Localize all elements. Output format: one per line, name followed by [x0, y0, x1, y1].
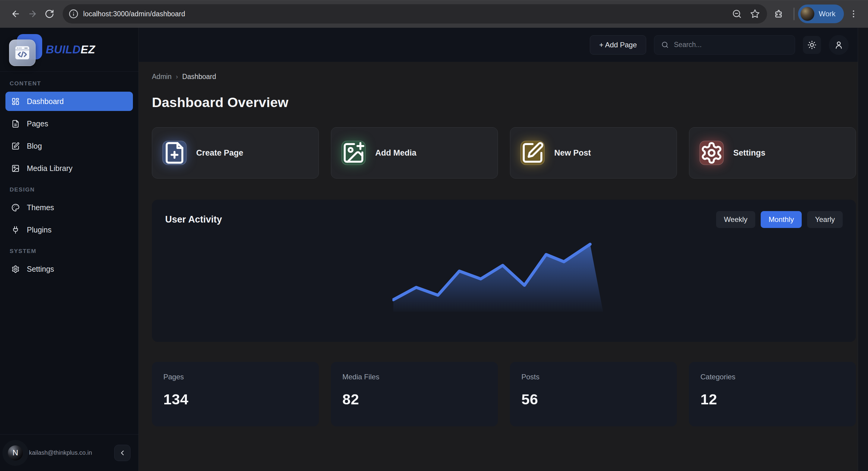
quick-action-label: New Post [554, 148, 591, 158]
sidebar-nav: CONTENTDashboardPagesBlogMedia LibraryDE… [0, 72, 138, 434]
content: Admin›Dashboard Dashboard Overview Creat… [138, 62, 868, 471]
sidebar-item-settings[interactable]: Settings [5, 259, 133, 278]
quick-action-new-post[interactable]: New Post [510, 127, 677, 178]
quick-actions: Create PageAdd MediaNew PostSettings [152, 127, 856, 178]
browser-reload-button[interactable] [41, 5, 58, 22]
quick-action-create-page[interactable]: Create Page [152, 127, 319, 178]
quick-action-settings[interactable]: Settings [689, 127, 856, 178]
breadcrumb-item-admin[interactable]: Admin [152, 73, 172, 81]
sidebar-item-label: Settings [27, 265, 54, 273]
logo-art [8, 32, 43, 67]
palette-icon [11, 204, 20, 212]
brand-name-primary: BUILD [46, 43, 81, 56]
sidebar-item-label: Blog [27, 142, 42, 150]
sidebar-item-blog[interactable]: Blog [5, 136, 133, 155]
code-window-icon [13, 44, 31, 61]
scrollbar-gutter [858, 28, 868, 471]
stats-grid: Pages134Media Files82Posts56Categories12 [152, 362, 856, 426]
search-icon [661, 41, 669, 49]
quick-action-label: Add Media [375, 148, 416, 158]
quick-action-label: Create Page [196, 148, 243, 158]
browser-forward-button[interactable] [24, 5, 41, 22]
user-icon [834, 40, 843, 50]
stat-label: Pages [163, 373, 307, 381]
sidebar-item-label: Themes [27, 203, 54, 212]
nav-section-label: SYSTEM [10, 248, 129, 255]
profile-label: Work [818, 10, 835, 18]
sidebar-item-themes[interactable]: Themes [5, 198, 133, 217]
address-bar[interactable]: localhost:3000/admin/dashboard [63, 4, 767, 24]
back-arrow-icon [11, 9, 21, 19]
main-area: + Add Page Admin›Dashboard Dashboard Ove… [138, 28, 868, 471]
browser-chrome: localhost:3000/admin/dashboard Work [0, 0, 868, 28]
square-pen-icon [521, 141, 545, 165]
activity-panel-title: User Activity [165, 214, 222, 225]
stat-label: Media Files [342, 373, 487, 381]
range-toggle: WeeklyMonthlyYearly [716, 211, 843, 228]
browser-profile-chip[interactable]: Work [798, 4, 844, 23]
chevron-left-icon [119, 449, 126, 457]
forward-arrow-icon [28, 9, 37, 19]
stat-value: 82 [342, 391, 487, 408]
reload-icon [44, 9, 54, 19]
breadcrumb-item-dashboard[interactable]: Dashboard [182, 73, 216, 81]
extensions-button[interactable] [771, 6, 786, 22]
app-shell: BUILDEZ CONTENTDashboardPagesBlogMedia L… [0, 28, 868, 471]
quick-action-add-media[interactable]: Add Media [331, 127, 498, 178]
theme-toggle-button[interactable] [803, 36, 821, 54]
search-input[interactable] [674, 41, 788, 49]
quick-action-label: Settings [733, 148, 766, 158]
sidebar: BUILDEZ CONTENTDashboardPagesBlogMedia L… [0, 28, 138, 471]
sidebar-item-label: Media Library [27, 164, 72, 173]
star-icon [750, 9, 760, 19]
stat-value: 12 [701, 391, 844, 408]
file-plus-icon [162, 141, 187, 165]
brand-name-secondary: EZ [81, 43, 95, 56]
square-pen-icon [11, 142, 20, 150]
browser-back-button[interactable] [7, 5, 24, 22]
sidebar-item-plugins[interactable]: Plugins [5, 220, 133, 239]
stat-card-categories: Categories12 [689, 362, 856, 426]
file-text-icon [11, 120, 20, 128]
topbar: + Add Page [138, 28, 868, 62]
bookmark-star-button[interactable] [748, 7, 762, 21]
sidebar-item-pages[interactable]: Pages [5, 114, 133, 133]
gear-icon [700, 141, 724, 165]
page-title: Dashboard Overview [152, 95, 856, 110]
activity-panel-header: User Activity WeeklyMonthlyYearly [165, 211, 843, 228]
plug-icon [11, 226, 20, 234]
sun-icon [807, 40, 816, 50]
browser-menu-button[interactable] [846, 5, 861, 22]
sidebar-collapse-button[interactable] [114, 445, 130, 461]
range-weekly-button[interactable]: Weekly [716, 211, 755, 228]
gear-icon [11, 265, 20, 273]
stat-label: Posts [521, 373, 665, 381]
kebab-menu-icon [849, 9, 858, 19]
account-button[interactable] [829, 35, 849, 55]
user-activity-panel: User Activity WeeklyMonthlyYearly [152, 200, 856, 342]
logo-front-square [9, 39, 36, 66]
chart-area-fill [393, 244, 603, 312]
stat-value: 56 [521, 391, 665, 408]
stat-card-media-files: Media Files82 [331, 362, 498, 426]
stat-card-posts: Posts56 [510, 362, 677, 426]
brand-logo[interactable]: BUILDEZ [0, 28, 138, 72]
extensions-puzzle-icon [774, 9, 783, 19]
chart-wrap [165, 241, 843, 317]
image-plus-icon [341, 141, 366, 165]
range-monthly-button[interactable]: Monthly [761, 211, 802, 228]
range-yearly-button[interactable]: Yearly [807, 211, 843, 228]
sidebar-item-media-library[interactable]: Media Library [5, 158, 133, 178]
search-box[interactable] [654, 35, 795, 55]
add-page-button[interactable]: + Add Page [590, 35, 646, 55]
zoom-out-button[interactable] [730, 7, 744, 21]
zoom-out-icon [732, 9, 742, 19]
avatar[interactable]: N [8, 445, 23, 461]
user-email: kailash@thinkplus.co.in [29, 449, 108, 456]
sidebar-item-dashboard[interactable]: Dashboard [5, 92, 133, 111]
url-text: localhost:3000/admin/dashboard [83, 10, 185, 18]
sidebar-item-label: Dashboard [27, 97, 64, 106]
nav-section-label: DESIGN [10, 186, 129, 193]
nav-section-label: CONTENT [10, 80, 129, 87]
info-circle-icon[interactable] [69, 9, 79, 19]
